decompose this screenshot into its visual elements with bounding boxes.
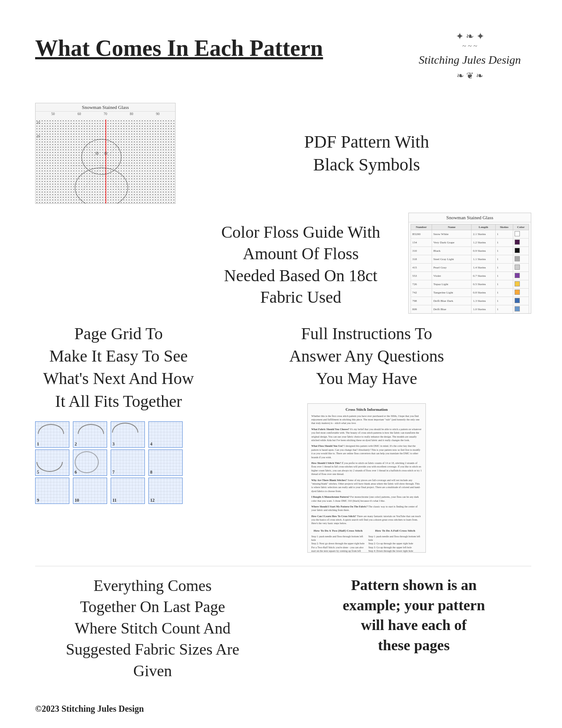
thumbnail-2: 2 — [73, 421, 107, 448]
thumbnail-6: 6 — [73, 449, 107, 476]
floss-table-mock: Number Name Length Skeins Color B5200Sno… — [409, 222, 531, 314]
header: What Comes In Each Pattern ✦ ❧ ✦ ~ ~ ~ S… — [35, 26, 531, 85]
thumbnail-11: 11 — [111, 478, 145, 504]
row3-left: Page Grid ToMake It Easy To SeeWhat's Ne… — [35, 322, 202, 504]
thumbnail-10: 10 — [73, 478, 107, 504]
cross-stitch-para-6: I Bought A Monochrome Pattern? For monoc… — [311, 495, 422, 503]
how-to-right-step4: Step 4: Down through the lower right hol… — [368, 549, 422, 552]
svg-point-6 — [104, 152, 108, 155]
row1-right: PDF Pattern WithBlack Symbols — [202, 130, 531, 176]
bottom-right-label: Pattern shown is anexample; your pattern… — [296, 575, 531, 656]
footer: ©2023 Stitching Jules Design — [35, 699, 531, 714]
how-to-left-step3: For a Two-Half Stitch: you're done - you… — [311, 546, 365, 553]
how-to-left: How To Do A Two (Half) Cross Stitch Step… — [311, 529, 365, 553]
row2-right: Color Floss Guide WithAmount Of FlossNee… — [202, 213, 531, 314]
svg-point-5 — [95, 152, 99, 155]
how-to-right-step1: Step 1: push needle and floss through bo… — [368, 535, 422, 542]
logo-top-ornament: ✦ ❧ ✦ ~ ~ ~ — [426, 26, 514, 53]
how-to-left-step1: Step 1: push needle and floss through bo… — [311, 535, 365, 542]
thumbnails-grid: 1 2 3 4 5 — [35, 421, 184, 504]
thumbnail-8: 8 — [148, 449, 183, 476]
row2-left — [35, 213, 202, 226]
cross-stitch-info: Cross Stitch Information Whether this is… — [307, 403, 426, 553]
bottom-right-text: Pattern shown is anexample; your pattern… — [296, 575, 531, 656]
row1: Snowman Stained Glass 5060708090 1020 — [35, 103, 531, 204]
logo-bottom-ornament: ❧ ❦ ❧ — [430, 68, 509, 85]
bottom-left-text: Everything ComesTogether On Last PageWhe… — [35, 575, 270, 682]
instructions-label-text: Full Instructions ToAnswer Any Questions… — [289, 322, 444, 390]
row3-right: Full Instructions ToAnswer Any Questions… — [202, 322, 531, 553]
section-bottom: Everything ComesTogether On Last PageWhe… — [35, 566, 531, 682]
cross-stitch-info-title: Cross Stitch Information — [311, 407, 422, 412]
svg-text:~ ~ ~: ~ ~ ~ — [462, 42, 477, 50]
how-to-right-title: How To Do A Full Cross Stitch — [368, 529, 422, 533]
logo-text: Stitching Jules Design — [419, 53, 521, 68]
thumbnail-4: 4 — [148, 421, 183, 448]
cross-stitch-para-5: Why Are There Blank Stitches? Some of my… — [311, 478, 422, 493]
logo-area: ✦ ❧ ✦ ~ ~ ~ Stitching Jules Design ❧ ❦ ❧ — [408, 26, 531, 85]
pattern-preview: Snowman Stained Glass 5060708090 1020 — [35, 103, 176, 204]
row3: Page Grid ToMake It Easy To SeeWhat's Ne… — [35, 322, 531, 553]
thumbnail-3: 3 — [111, 421, 145, 448]
how-to-left-step2: Step 2: Next go down through the upper r… — [311, 542, 365, 545]
cross-stitch-para-8: How Can I Learn How To Cross Stitch? The… — [311, 514, 422, 525]
how-to-right-step3: Step 3: Go up through the upper left hol… — [368, 546, 422, 549]
snowman-svg — [44, 122, 159, 204]
svg-text:✦ ❧ ✦: ✦ ❧ ✦ — [456, 31, 484, 42]
floss-guide-title: Snowman Stained Glass — [409, 213, 531, 222]
cross-stitch-para-2: What Fabric Should You Choose? It's my b… — [311, 427, 422, 442]
thumbnail-1: 1 — [35, 421, 69, 448]
how-to-left-title: How To Do A Two (Half) Cross Stitch — [311, 529, 365, 533]
thumbnail-9: 9 — [35, 478, 69, 504]
cross-stitch-para-4: How Should I Stitch This? If you prefer … — [311, 461, 422, 476]
page-title: What Comes In Each Pattern — [35, 26, 323, 62]
how-to-right-step2: Step 2: Go up through the upper right ho… — [368, 542, 422, 545]
cross-stitch-para-3: What Floss Should You Use? I designed th… — [311, 444, 422, 459]
thumbnail-5: 5 — [35, 449, 69, 476]
cross-stitch-para-7: Where Should I Start My Pattern On The F… — [311, 505, 422, 512]
footer-copyright: ©2023 Stitching Jules Design — [35, 704, 531, 714]
row1-left: Snowman Stained Glass 5060708090 1020 — [35, 103, 202, 204]
floss-guide-preview: Snowman Stained Glass Number Name Length… — [408, 213, 531, 314]
pdf-label-text: PDF Pattern WithBlack Symbols — [304, 130, 429, 176]
pattern-preview-title: Snowman Stained Glass — [36, 103, 175, 112]
svg-point-3 — [82, 139, 121, 174]
thumbnail-12: 12 — [148, 478, 183, 504]
how-to-right: How To Do A Full Cross Stitch Step 1: pu… — [368, 529, 422, 553]
floss-label: Color Floss Guide WithAmount Of FlossNee… — [202, 213, 400, 308]
svg-text:❧ ❦ ❧: ❧ ❦ ❧ — [457, 71, 483, 80]
page: What Comes In Each Pattern ✦ ❧ ✦ ~ ~ ~ S… — [0, 0, 562, 728]
cross-stitch-para-1: Whether this is the first cross stitch p… — [311, 414, 422, 425]
bottom-left-label: Everything ComesTogether On Last PageWhe… — [35, 575, 270, 682]
row2: Color Floss Guide WithAmount Of FlossNee… — [35, 213, 531, 314]
thumbnail-7: 7 — [111, 449, 145, 476]
page-grid-label-text: Page Grid ToMake It Easy To SeeWhat's Ne… — [35, 322, 202, 413]
cross-stitch-how-to: How To Do A Two (Half) Cross Stitch Step… — [311, 529, 422, 553]
floss-label-text: Color Floss Guide WithAmount Of FlossNee… — [221, 221, 380, 308]
svg-point-4 — [75, 168, 128, 204]
